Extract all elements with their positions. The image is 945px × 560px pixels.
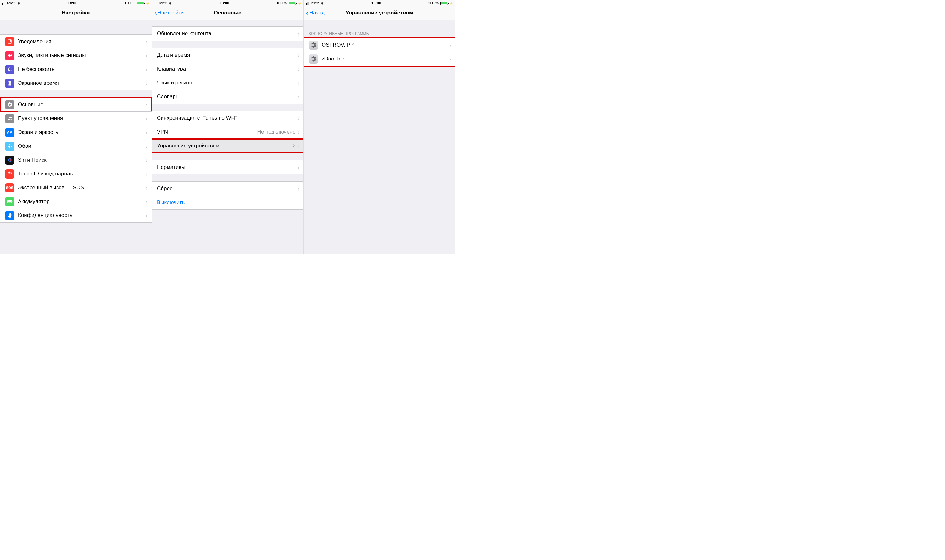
status-bar: Tele2 18:00 100 % ⚡: [0, 0, 151, 6]
row-label: Словарь: [157, 94, 297, 100]
row-touchid[interactable]: Touch ID и код-пароль›: [0, 167, 151, 181]
row-keyboard[interactable]: Клавиатура›: [152, 62, 303, 76]
row-label: Аккумулятор: [18, 198, 146, 205]
svg-point-8: [9, 147, 11, 148]
row-shutdown[interactable]: Выключить: [152, 195, 303, 209]
battery-label: 100 %: [276, 1, 287, 5]
battery-icon: [5, 197, 14, 206]
row-label: Не беспокоить: [18, 66, 146, 72]
row-screentime[interactable]: Экранное время›: [0, 76, 151, 90]
row-general[interactable]: Основные›: [0, 98, 151, 111]
charging-icon: ⚡: [298, 2, 302, 5]
row-regulatory[interactable]: Нормативы›: [152, 160, 303, 174]
hand-icon: [5, 211, 14, 220]
chevron-right-icon: ›: [146, 198, 148, 205]
row-sos[interactable]: SOSЭкстренный вызов — SOS›: [0, 181, 151, 195]
chevron-right-icon: ›: [146, 184, 148, 191]
row-label: Экранное время: [18, 80, 146, 86]
row-label: Экстренный вызов — SOS: [18, 185, 146, 191]
row-label: Обновление контента: [157, 31, 297, 37]
back-button[interactable]: ‹ Настройки: [154, 9, 184, 17]
nav-title: Основные: [214, 10, 241, 16]
status-bar: Tele2 18:00 100 % ⚡: [304, 0, 455, 6]
screen-general: Tele2 18:00 100 % ⚡ ‹ Настройки Основные…: [152, 0, 304, 254]
svg-rect-0: [8, 40, 12, 43]
row-sounds[interactable]: Звуки, тактильные сигналы›: [0, 49, 151, 62]
row-controlcenter[interactable]: Пункт управления›: [0, 111, 151, 125]
row-label: Основные: [18, 102, 146, 108]
row-dictionary[interactable]: Словарь›: [152, 90, 303, 104]
row-ostrov[interactable]: OSTROV, PP›: [304, 38, 455, 52]
chevron-right-icon: ›: [146, 52, 148, 59]
row-battery[interactable]: Аккумулятор›: [0, 195, 151, 209]
wifi-icon: [168, 1, 172, 6]
chevron-right-icon: ›: [297, 93, 300, 100]
row-vpn[interactable]: VPNНе подключено›: [152, 125, 303, 139]
row-dnd[interactable]: Не беспокоить›: [0, 62, 151, 76]
svg-point-5: [11, 119, 11, 120]
sos-icon: SOS: [5, 183, 14, 192]
carrier-label: Tele2: [158, 1, 167, 5]
row-label: Обои: [18, 143, 146, 149]
back-button[interactable]: ‹ Назад: [306, 9, 325, 17]
chevron-right-icon: ›: [146, 80, 148, 87]
carrier-label: Tele2: [310, 1, 319, 5]
toggles-icon: [5, 114, 14, 123]
row-label: Touch ID и код-пароль: [18, 171, 146, 177]
chevron-right-icon: ›: [297, 142, 300, 149]
finger-icon: [5, 169, 14, 178]
battery-label: 100 %: [125, 1, 135, 5]
row-device-mgmt[interactable]: Управление устройством2›: [152, 139, 303, 153]
screen-settings: Tele2 18:00 100 % ⚡ Настройки Уведомлени…: [0, 0, 152, 254]
chevron-right-icon: ›: [146, 157, 148, 164]
row-label: Язык и регион: [157, 80, 297, 86]
svg-point-1: [10, 40, 11, 42]
row-label: Сброс: [157, 186, 297, 192]
row-label: OSTROV, PP: [322, 42, 449, 48]
chevron-right-icon: ›: [146, 101, 148, 108]
row-zdoof[interactable]: zDoof Inc›: [304, 52, 455, 66]
row-label: Нормативы: [157, 164, 297, 171]
charging-icon: ⚡: [449, 2, 453, 5]
group-header-enterprise: КОРПОРАТИВНЫЕ ПРОГРАММЫ: [304, 29, 455, 38]
time-label: 18:00: [68, 1, 77, 5]
row-label: Клавиатура: [157, 66, 297, 72]
navbar: ‹ Назад Управление устройством: [304, 6, 455, 20]
svg-point-7: [9, 144, 11, 145]
nav-title: Управление устройством: [346, 10, 413, 16]
chevron-left-icon: ‹: [154, 9, 157, 17]
chevron-right-icon: ›: [449, 55, 451, 63]
row-siri[interactable]: Siri и Поиск›: [0, 153, 151, 167]
row-language[interactable]: Язык и регион›: [152, 76, 303, 90]
siri-icon: [5, 155, 14, 165]
row-wallpaper[interactable]: Обои›: [0, 139, 151, 153]
signal-icon: [2, 2, 5, 5]
speaker-icon: [5, 51, 14, 60]
row-label: Звуки, тактильные сигналы: [18, 52, 146, 58]
row-label: Синхронизация с iTunes по Wi-Fi: [157, 115, 297, 121]
battery-label: 100 %: [428, 1, 439, 5]
row-reset[interactable]: Сброс›: [152, 182, 303, 195]
row-content-update[interactable]: Обновление контента›: [152, 27, 303, 41]
svg-rect-15: [8, 201, 11, 203]
signal-icon: [306, 2, 309, 5]
battery-icon: [137, 2, 144, 5]
row-label: Siri и Поиск: [18, 157, 146, 163]
battery-icon: [440, 2, 448, 5]
row-privacy[interactable]: Конфиденциальность›: [0, 209, 151, 222]
chevron-right-icon: ›: [146, 171, 148, 178]
flower-icon: [5, 142, 14, 151]
row-display[interactable]: AAЭкран и яркость›: [0, 125, 151, 139]
row-itunes-wifi[interactable]: Синхронизация с iTunes по Wi-Fi›: [152, 111, 303, 125]
hourglass-icon: [5, 79, 14, 88]
back-label: Назад: [309, 10, 325, 16]
row-notifications[interactable]: Уведомления›: [0, 35, 151, 49]
profile-gear-icon: [309, 41, 318, 50]
svg-point-10: [11, 146, 12, 147]
moon-icon: [5, 65, 14, 74]
row-label: Дата и время: [157, 52, 297, 58]
back-label: Настройки: [157, 10, 184, 16]
row-label: Конфиденциальность: [18, 212, 146, 218]
row-datetime[interactable]: Дата и время›: [152, 48, 303, 62]
navbar: Настройки: [0, 6, 151, 20]
